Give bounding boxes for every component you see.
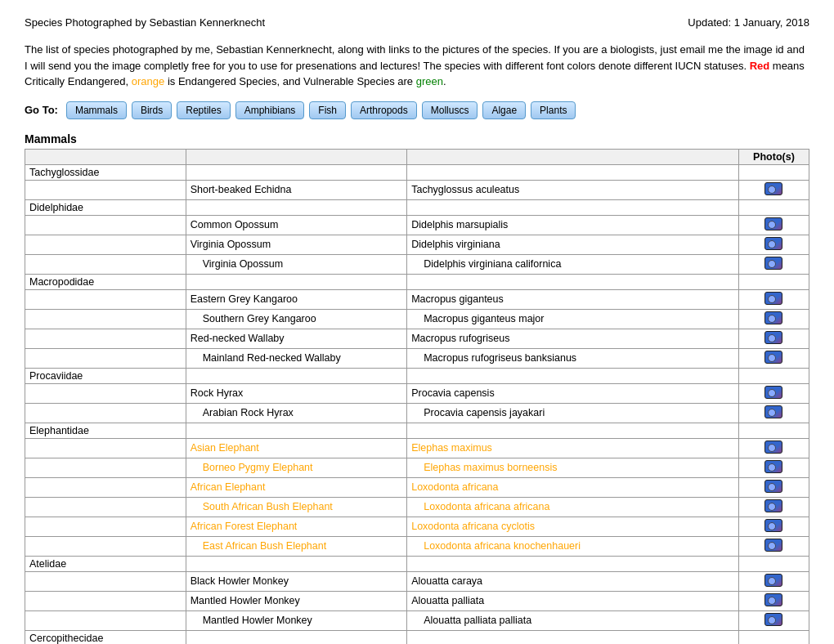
cell-photo[interactable] [738,497,809,517]
photo-icon[interactable] [764,386,782,399]
nav-btn-reptiles[interactable]: Reptiles [177,101,230,119]
cell-photo[interactable] [738,438,809,458]
cell-family [25,591,186,610]
updated-date: Updated: 1 January, 2018 [688,16,809,29]
photo-icon[interactable] [764,405,782,418]
cell-photo[interactable] [738,517,809,536]
nav-btn-plants[interactable]: Plants [531,101,576,119]
table-row: Rock HyraxProcavia capensis [25,383,809,403]
photo-icon[interactable] [764,182,782,195]
photo-icon[interactable] [764,519,782,532]
photo-icon[interactable] [764,613,782,626]
cell-photo[interactable] [738,383,809,403]
table-row: Cercopithecidae [25,630,809,644]
table-row: Short-beaked EchidnaTachyglossus aculeat… [25,180,809,199]
photo-icon[interactable] [764,574,782,587]
cell-family [25,348,186,368]
cell-common [186,164,406,180]
mammals-table: Photo(s) TachyglossidaeShort-beaked Echi… [25,149,809,645]
cell-photo [738,630,809,644]
nav-btn-molluscs[interactable]: Molluscs [422,101,478,119]
cell-common: Asian Elephant [186,438,406,458]
cell-scientific: Macropus giganteus [407,289,739,309]
cell-scientific [407,556,739,571]
cell-photo[interactable] [738,215,809,235]
cell-family [25,571,186,591]
photo-icon[interactable] [764,217,782,230]
cell-photo[interactable] [738,477,809,497]
cell-photo[interactable] [738,591,809,610]
cell-family: Didelphidae [25,199,186,215]
photo-icon[interactable] [764,257,782,270]
cell-scientific: Procavia capensis [407,383,739,403]
cell-photo [738,274,809,289]
table-row: Mantled Howler MonkeyAlouatta palliata [25,591,809,610]
intro-text3: is Endangered Species, and Vulnerable Sp… [164,75,415,87]
cell-photo[interactable] [738,458,809,477]
nav-btn-algae[interactable]: Algae [482,101,526,119]
page-header: Species Photographed by Sebastian Kenner… [25,16,809,29]
table-row: Tachyglossidae [25,164,809,180]
photo-icon[interactable] [764,460,782,473]
cell-scientific [407,423,739,438]
photo-icon[interactable] [764,237,782,250]
nav-btn-birds[interactable]: Birds [132,101,172,119]
cell-photo[interactable] [738,536,809,556]
cell-family: Cercopithecidae [25,630,186,644]
cell-photo[interactable] [738,235,809,254]
cell-family: Atelidae [25,556,186,571]
cell-scientific: Alouatta palliata [407,591,739,610]
cell-common: Mantled Howler Monkey [186,591,406,610]
photo-icon[interactable] [764,331,782,344]
cell-photo[interactable] [738,254,809,274]
cell-photo[interactable] [738,403,809,423]
cell-photo[interactable] [738,329,809,348]
col-header-family [25,149,186,164]
nav-btn-amphibians[interactable]: Amphibians [235,101,305,119]
cell-family [25,477,186,497]
cell-family: Elephantidae [25,423,186,438]
table-row: Macropodidae [25,274,809,289]
table-row: Virginia OpossumDidelphis virginiana [25,235,809,254]
cell-photo[interactable] [738,348,809,368]
photo-icon[interactable] [764,539,782,552]
nav-btn-fish[interactable]: Fish [309,101,346,119]
cell-photo[interactable] [738,289,809,309]
photo-icon[interactable] [764,351,782,364]
cell-common: Southern Grey Kangaroo [186,309,406,329]
cell-common: South African Bush Elephant [186,497,406,517]
cell-common: Virginia Opossum [186,235,406,254]
cell-common: Borneo Pygmy Elephant [186,458,406,477]
cell-photo[interactable] [738,571,809,591]
cell-photo[interactable] [738,610,809,630]
cell-photo[interactable] [738,309,809,329]
cell-family [25,215,186,235]
cell-scientific: Loxodonta africana africana [407,497,739,517]
cell-photo[interactable] [738,180,809,199]
photo-icon[interactable] [764,593,782,606]
photo-icon[interactable] [764,499,782,512]
intro-text1: The list of species photographed by me, … [25,43,805,72]
photo-icon[interactable] [764,480,782,493]
nav-btn-arthropods[interactable]: Arthropods [351,101,417,119]
cell-common: Red-necked Wallaby [186,329,406,348]
table-row: East African Bush ElephantLoxodonta afri… [25,536,809,556]
mammals-section-title: Mammals [25,132,809,145]
cell-scientific: Loxodonta africana [407,477,739,497]
table-row: Mainland Red-necked WallabyMacropus rufo… [25,348,809,368]
table-row: Black Howler MonkeyAlouatta caraya [25,571,809,591]
cell-common: Black Howler Monkey [186,571,406,591]
cell-scientific [407,274,739,289]
cell-photo [738,164,809,180]
photo-icon[interactable] [764,292,782,305]
cell-common: Mantled Howler Monkey [186,610,406,630]
photo-icon[interactable] [764,441,782,454]
photo-icon[interactable] [764,311,782,324]
table-row: Arabian Rock HyraxProcavia capensis jaya… [25,403,809,423]
nav-btn-mammals[interactable]: Mammals [66,101,127,119]
cell-scientific: Loxodonta africana cyclotis [407,517,739,536]
table-row: Common OpossumDidelphis marsupialis [25,215,809,235]
cell-scientific: Macropus rufogriseus [407,329,739,348]
table-row: Procaviidae [25,368,809,383]
cell-family: Tachyglossidae [25,164,186,180]
